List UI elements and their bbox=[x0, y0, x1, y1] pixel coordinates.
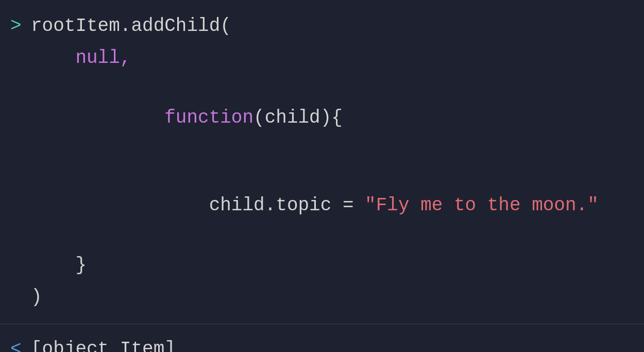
code-line-4: child.topic = "Fly me to the moon." bbox=[0, 162, 644, 249]
code-text-3: function(child){ bbox=[31, 76, 343, 160]
text-child-param: (child){ bbox=[253, 107, 343, 128]
text-child-topic: child.topic = bbox=[120, 195, 365, 216]
input-prompt-3 bbox=[0, 76, 31, 104]
input-prompt-5 bbox=[0, 252, 31, 279]
code-line-1: > rootItem.addChild( bbox=[0, 10, 644, 42]
code-text-5: } bbox=[31, 252, 87, 279]
output-line: < [object Item] bbox=[0, 333, 644, 352]
input-prompt-2 bbox=[0, 44, 31, 72]
code-text-6: ) bbox=[31, 283, 42, 311]
keyword-function: function bbox=[120, 107, 253, 128]
input-prompt-4 bbox=[0, 164, 31, 192]
console-container: > rootItem.addChild( null, function(chil… bbox=[0, 0, 644, 352]
input-prompt-1: > bbox=[0, 12, 31, 40]
code-line-6: ) bbox=[0, 281, 644, 313]
code-text-1: rootItem.addChild( bbox=[31, 12, 231, 40]
string-fly-me: "Fly me to the moon." bbox=[365, 195, 599, 216]
output-prompt: < bbox=[0, 336, 31, 352]
output-area: < [object Item] bbox=[0, 324, 644, 352]
input-prompt-6 bbox=[0, 283, 31, 311]
code-text-2: null, bbox=[31, 44, 131, 72]
code-line-3: function(child){ bbox=[0, 74, 644, 162]
code-line-2: null, bbox=[0, 42, 644, 74]
code-area: > rootItem.addChild( null, function(chil… bbox=[0, 0, 644, 324]
output-value: [object Item] bbox=[31, 336, 176, 352]
code-line-5: } bbox=[0, 249, 644, 281]
code-text-4: child.topic = "Fly me to the moon." bbox=[31, 164, 599, 247]
